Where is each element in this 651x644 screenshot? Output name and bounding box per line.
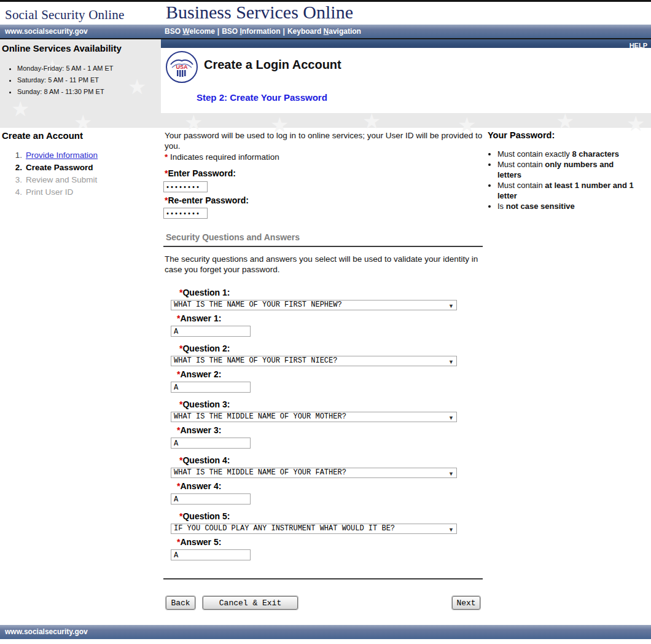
step-create-password: 2. Create Password <box>0 163 161 172</box>
password-rule: Must contain exactly 8 characters <box>497 149 636 159</box>
top-nav-links: BSO Welcome|BSO Information|Keyboard Nav… <box>165 25 361 38</box>
section-divider <box>163 246 483 247</box>
nav-link-keyboard-navigation[interactable]: Keyboard Navigation <box>287 27 361 36</box>
nav-separator: | <box>281 27 287 36</box>
site-name: Social Security Online <box>5 7 125 23</box>
answer-5-input[interactable] <box>171 549 251 560</box>
main-header: HELP USA Create a Login Account Step 2: … <box>161 39 651 128</box>
password-rules-panel: Your Password: Must contain exactly 8 ch… <box>485 128 650 211</box>
answer-2-label: *Answer 2: <box>177 369 221 379</box>
answer-3-label: *Answer 3: <box>177 425 221 435</box>
reenter-password-input[interactable] <box>163 208 208 219</box>
availability-item: Monday-Friday: 5 AM - 1 AM ET <box>17 65 161 72</box>
question-4-select[interactable]: WHAT IS THE MIDDLE NAME OF YOUR FATHER?▼ <box>171 468 457 478</box>
question-3-label: *Question 3: <box>179 399 230 409</box>
answer-4-input[interactable] <box>171 493 251 505</box>
question-4-label: *Question 4: <box>179 455 230 465</box>
steps-sidebar: Create an Account 1. Provide Information… <box>0 128 161 200</box>
title-panel: USA Create a Login Account Step 2: Creat… <box>161 48 651 113</box>
question-3-select[interactable]: WHAT IS THE MIDDLE NAME OF YOUR MOTHER?▼ <box>171 412 457 422</box>
step-heading: Step 2: Create Your Password <box>197 92 327 103</box>
question-5-label: *Question 5: <box>179 511 230 521</box>
next-button[interactable]: Next <box>452 596 480 610</box>
availability-title: Online Services Availability <box>0 43 161 53</box>
nav-link-bso-welcome[interactable]: BSO Welcome <box>165 27 215 36</box>
question-5-select[interactable]: IF YOU COULD PLAY ANY INSTRUMENT WHAT WO… <box>171 524 457 534</box>
steps-list: 1. Provide Information 2. Create Passwor… <box>0 151 161 197</box>
required-note: * Indicates required information <box>165 152 279 162</box>
step-review-and-submit: 3. Review and Submit <box>0 175 161 184</box>
availability-list: Monday-Friday: 5 AM - 1 AM ET Saturday: … <box>0 65 161 95</box>
svg-text:USA: USA <box>176 64 188 70</box>
password-rule: Is not case sensitive <box>497 201 636 211</box>
star-watermark <box>11 98 29 119</box>
enter-password-label: *Enter Password: <box>165 168 236 178</box>
cancel-exit-button[interactable]: Cancel & Exit <box>203 596 298 610</box>
chevron-down-icon: ▼ <box>448 469 454 478</box>
password-rule: Must contain only numbers and letters <box>497 159 636 180</box>
steps-title: Create an Account <box>0 128 161 141</box>
buttons-divider <box>163 578 483 579</box>
enter-password-input[interactable] <box>163 181 208 192</box>
password-rule: Must contain at least 1 number and 1 let… <box>497 180 636 201</box>
ssa-seal-icon: USA <box>166 51 198 83</box>
chevron-down-icon: ▼ <box>448 302 454 310</box>
footer-bar: www.socialsecurity.gov <box>0 625 651 639</box>
password-rules-title: Your Password: <box>485 128 650 140</box>
back-button[interactable]: Back <box>166 596 195 610</box>
chevron-down-icon: ▼ <box>448 358 454 366</box>
answer-1-label: *Answer 1: <box>177 313 221 323</box>
answer-3-input[interactable] <box>171 438 251 449</box>
question-1-label: *Question 1: <box>179 288 230 297</box>
nav-separator: | <box>215 27 222 36</box>
answer-4-label: *Answer 4: <box>177 481 221 491</box>
question-1-select[interactable]: WHAT IS THE NAME OF YOUR FIRST NEPHEW?▼ <box>171 300 457 310</box>
security-section-description: The security questions and answers you s… <box>165 254 485 275</box>
page-heading: Create a Login Account <box>204 58 341 72</box>
password-rules-list: Must contain exactly 8 characters Must c… <box>485 149 636 211</box>
step-provide-information[interactable]: 1. Provide Information <box>0 151 161 160</box>
chevron-down-icon: ▼ <box>448 414 454 422</box>
masthead: Social Security Online Business Services… <box>0 2 651 25</box>
availability-item: Sunday: 8 AM - 11:30 PM ET <box>17 88 161 95</box>
site-url: www.socialsecurity.gov <box>5 25 88 38</box>
intro-text: Your password will be used to log in to … <box>165 130 485 151</box>
step-print-user-id: 4. Print User ID <box>0 187 161 197</box>
hero-band: Online Services Availability Monday-Frid… <box>0 38 651 128</box>
availability-panel: Online Services Availability Monday-Frid… <box>0 43 161 100</box>
question-2-label: *Question 2: <box>179 344 230 353</box>
availability-item: Saturday: 5 AM - 11 PM ET <box>17 76 161 84</box>
security-section-title: Security Questions and Answers <box>166 232 300 242</box>
page-title: Business Services Online <box>166 2 353 23</box>
top-nav-bar: www.socialsecurity.gov BSO Welcome|BSO I… <box>0 25 651 38</box>
help-bar: HELP <box>161 39 651 48</box>
footer-site-url: www.socialsecurity.gov <box>0 627 88 636</box>
answer-2-input[interactable] <box>171 382 251 393</box>
answer-1-input[interactable] <box>171 326 251 337</box>
chevron-down-icon: ▼ <box>448 525 454 534</box>
nav-link-bso-information[interactable]: BSO Information <box>222 27 280 36</box>
bso-create-account-page: Social Security Online Business Services… <box>0 0 651 644</box>
question-2-select[interactable]: WHAT IS THE NAME OF YOUR FIRST NIECE?▼ <box>171 356 457 366</box>
answer-5-label: *Answer 5: <box>177 537 221 547</box>
reenter-password-label: *Re-enter Password: <box>165 195 249 205</box>
